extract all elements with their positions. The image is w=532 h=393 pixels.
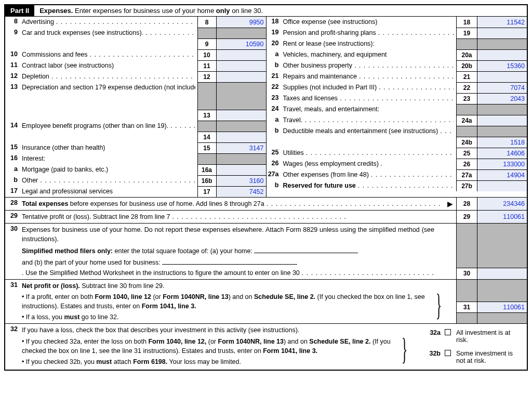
- line-31-value-area: 110061: [477, 280, 527, 324]
- line-15: 15Insurance (other than health)153147: [5, 142, 266, 153]
- line-16a-value[interactable]: [216, 164, 266, 175]
- line-31: 31 Net profit or (loss). Subtract line 3…: [5, 279, 527, 324]
- line-8: 8Advertising89950: [5, 17, 266, 28]
- line-19-value[interactable]: [477, 28, 527, 38]
- schedule-c-part-ii: Part II Expenses. Enter expenses for bus…: [4, 4, 528, 371]
- line-16b: bOther16b3160: [5, 175, 266, 186]
- expense-columns: 8Advertising899509Car and truck expenses…: [5, 17, 527, 197]
- part-header: Part II Expenses. Enter expenses for bus…: [5, 5, 527, 17]
- line-30-value[interactable]: [477, 268, 527, 279]
- line-24b: bDeductible meals and entertainment (see…: [267, 126, 527, 148]
- line-21-value[interactable]: [477, 71, 527, 82]
- left-column: 8Advertising899509Car and truck expenses…: [5, 17, 267, 197]
- line-13-value[interactable]: [216, 82, 266, 121]
- line-31-value[interactable]: 110061: [477, 302, 527, 313]
- line-20: 20Rent or lease (see instructions):: [267, 38, 527, 49]
- line-18-value[interactable]: 11542: [477, 17, 527, 28]
- line-23: 23Taxes and licenses232043: [267, 93, 527, 104]
- line-32-options: 32a All investment is at risk. 32b Some …: [423, 324, 527, 370]
- arrow-icon: ▶: [444, 198, 456, 210]
- line-31-box-area: 31: [456, 280, 477, 324]
- line-11: 11Contract labor (see instructions)11: [5, 60, 266, 71]
- line-24a: aTravel.24a: [267, 115, 527, 126]
- line-11-value[interactable]: [216, 60, 266, 71]
- line-12-value[interactable]: [216, 71, 266, 82]
- checkbox-32a[interactable]: [445, 329, 451, 335]
- line-16-value: [216, 153, 266, 164]
- line-30-box-area: 30: [456, 224, 477, 279]
- line-16: 16Interest:: [5, 153, 266, 164]
- line-28-box: 28: [456, 198, 477, 210]
- line-29-value[interactable]: 110061: [477, 211, 527, 223]
- brace-icon: }: [436, 295, 442, 314]
- checkbox-32b[interactable]: [445, 350, 451, 356]
- home-sqft-input[interactable]: [254, 246, 358, 253]
- line-22: 22Supplies (not included in Part III)227…: [267, 82, 527, 93]
- line-22-value[interactable]: 7074: [477, 82, 527, 93]
- line-10: 10Commissions and fees10: [5, 49, 266, 60]
- brace-icon: }: [402, 339, 408, 358]
- line-26-value[interactable]: 133000: [477, 159, 527, 169]
- line-14: 14Employee benefit programs (other than …: [5, 121, 266, 142]
- line-9: 9Car and truck expenses (see instruction…: [5, 28, 266, 49]
- line-24: 24Travel, meals, and entertainment:: [267, 104, 527, 115]
- business-sqft-input[interactable]: [162, 258, 297, 265]
- line-27b: bReserved for future use27b: [267, 180, 527, 191]
- line-12: 12Depletion12: [5, 71, 266, 82]
- line-27b-value[interactable]: [477, 180, 527, 191]
- line-27a-value[interactable]: 14904: [477, 169, 527, 180]
- line-30: 30 Expenses for business use of your hom…: [5, 223, 527, 279]
- line-25: 25Utilities2514606: [267, 148, 527, 159]
- line-9-value[interactable]: 10590: [216, 28, 266, 49]
- line-19: 19Pension and profit-sharing plans19: [267, 28, 527, 38]
- part-tag: Part II: [5, 5, 34, 16]
- line-10-value[interactable]: [216, 49, 266, 60]
- line-27a: 27aOther expenses (from line 48)27a14904: [267, 169, 527, 180]
- line-20b: bOther business property20b15360: [267, 60, 527, 71]
- line-14-value[interactable]: [216, 121, 266, 142]
- line-20b-value[interactable]: 15360: [477, 60, 527, 71]
- line-8-value[interactable]: 9950: [216, 17, 266, 28]
- part-title: Expenses. Enter expenses for business us…: [34, 7, 263, 15]
- line-24-value: [477, 104, 527, 115]
- line-28: 28 Total expenses before expenses for bu…: [5, 197, 527, 210]
- line-24a-value[interactable]: [477, 115, 527, 126]
- line-25-value[interactable]: 14606: [477, 148, 527, 159]
- right-column: 18Office expense (see instructions)18115…: [267, 17, 527, 197]
- line-29: 29 Tentative profit or (loss). Subtract …: [5, 210, 527, 223]
- line-18: 18Office expense (see instructions)18115…: [267, 17, 527, 28]
- line-13: 13Depreciation and section 179 expense d…: [5, 82, 266, 121]
- line-20-value: [477, 38, 527, 49]
- line-24b-value[interactable]: 1518: [477, 126, 527, 148]
- line-28-value[interactable]: 234346: [477, 198, 527, 210]
- line-20a-value[interactable]: [477, 49, 527, 60]
- line-20a: aVehicles, machinery, and equipment20a: [267, 49, 527, 60]
- line-29-box: 29: [456, 211, 477, 223]
- line-17: 17Legal and professional services177452: [5, 186, 266, 197]
- line-21: 21Repairs and maintenance21: [267, 71, 527, 82]
- line-17-value[interactable]: 7452: [216, 186, 266, 197]
- line-30-value-area: [477, 224, 527, 279]
- line-26: 26Wages (less employment credits) .26133…: [267, 159, 527, 169]
- line-23-value[interactable]: 2043: [477, 93, 527, 104]
- line-16a: aMortgage (paid to banks, etc.)16a: [5, 164, 266, 175]
- line-16b-value[interactable]: 3160: [216, 175, 266, 186]
- line-32: 32 If you have a loss, check the box tha…: [5, 323, 527, 370]
- line-15-value[interactable]: 3147: [216, 142, 266, 153]
